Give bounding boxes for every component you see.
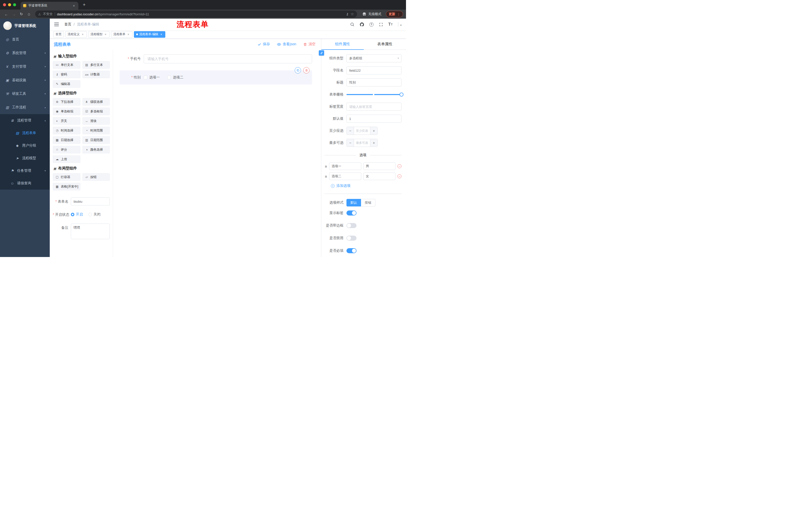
close-icon[interactable] [160, 33, 163, 36]
border-switch[interactable] [346, 223, 356, 228]
palette-item-checkbox-group[interactable]: 多选框组 [82, 108, 110, 115]
sidebar-item-process-model[interactable]: 流程模型 [0, 152, 50, 164]
reload-icon[interactable] [18, 11, 25, 17]
tag-process-model[interactable]: 流程模型 [88, 31, 110, 38]
checkbox[interactable] [167, 76, 171, 79]
tab-form-props[interactable]: 表单属性 [364, 39, 406, 50]
canvas-field-phone[interactable]: 手机号 [120, 54, 312, 63]
decrease-button[interactable] [347, 127, 354, 135]
tab-close-icon[interactable] [72, 4, 76, 8]
tag-process-form-edit[interactable]: 流程表单-编辑 [134, 31, 165, 38]
palette-item-row-container[interactable]: 行容器 [53, 173, 80, 181]
palette-item-radio-group[interactable]: 单选框组 [53, 108, 80, 115]
tab-component-props[interactable]: 组件属性 [321, 39, 364, 50]
forward-icon[interactable] [10, 11, 17, 17]
label-width-input[interactable] [346, 103, 402, 111]
sidebar-item-home[interactable]: 首页 [0, 33, 50, 46]
slider-track[interactable] [346, 94, 402, 95]
view-json-button[interactable]: 查看json [277, 42, 296, 47]
checkbox[interactable] [144, 76, 147, 79]
palette-item-textarea[interactable]: 多行文本 [82, 61, 110, 69]
increase-button[interactable] [370, 127, 377, 135]
form-name-input[interactable] [71, 197, 110, 206]
browser-tab[interactable]: 芋道管理系统 [21, 2, 78, 9]
three-dot-menu-icon[interactable] [397, 12, 400, 16]
delete-component-button[interactable] [303, 67, 310, 74]
default-value-input[interactable] [346, 115, 402, 123]
maximize-window-button[interactable] [13, 3, 16, 6]
palette-item-rate[interactable]: 评分 [53, 146, 80, 154]
sidebar-item-workflow[interactable]: 工作流程 [0, 101, 50, 114]
sidebar-item-process-management[interactable]: 流程管理 [0, 114, 50, 127]
fullscreen-icon[interactable] [377, 20, 385, 28]
option-label-input[interactable] [329, 162, 361, 170]
remove-option-icon[interactable] [398, 164, 402, 168]
tag-process-form[interactable]: 流程表单 [111, 31, 133, 38]
back-icon[interactable] [3, 11, 9, 17]
close-icon[interactable] [127, 33, 130, 36]
palette-item-date-range[interactable]: 日期范围 [82, 136, 110, 144]
breadcrumb-home[interactable]: 首页 [64, 22, 71, 27]
sidebar-item-system[interactable]: 系统管理 [0, 46, 50, 60]
palette-item-switch[interactable]: 开关 [53, 117, 80, 125]
search-icon[interactable] [348, 20, 356, 28]
palette-item-counter[interactable]: 计数器 [82, 71, 110, 78]
minimize-window-button[interactable] [8, 3, 11, 6]
sidebar-item-task-management[interactable]: 任务管理 [0, 164, 50, 177]
option-label-input[interactable] [329, 172, 361, 180]
palette-item-color-picker[interactable]: 颜色选择 [82, 146, 110, 154]
show-label-switch[interactable] [346, 211, 356, 216]
option-value-input[interactable] [363, 162, 396, 170]
bookmark-star-icon[interactable] [351, 12, 354, 16]
palette-item-cascader[interactable]: 级联选择 [82, 98, 110, 106]
max-select-input[interactable] [354, 139, 370, 146]
palette-item-select[interactable]: 下拉选择 [53, 98, 80, 106]
palette-item-time-picker[interactable]: 时间选择 [53, 127, 80, 134]
increase-button[interactable] [370, 139, 377, 146]
address-bar[interactable]: 不安全 dashboard.yudao.iocoder.cn/bpm/manag… [35, 10, 357, 18]
copy-component-button[interactable] [295, 67, 301, 74]
clear-button[interactable]: 清空 [303, 42, 316, 47]
sidebar-item-leave-query[interactable]: 请假查询 [0, 177, 50, 190]
new-tab-button[interactable] [81, 2, 87, 7]
remark-textarea[interactable]: 嘿嘿 [71, 223, 110, 239]
palette-item-slider[interactable]: 滑块 [82, 117, 110, 125]
user-avatar[interactable] [398, 22, 399, 27]
palette-item-button[interactable]: 按钮 [82, 173, 110, 181]
palette-item-password[interactable]: 密码 [53, 71, 80, 78]
add-option-button[interactable]: 添加选项 [324, 184, 402, 188]
tag-process-definition[interactable]: 流程定义 [65, 31, 87, 38]
title-input[interactable] [346, 78, 402, 86]
close-window-button[interactable] [3, 3, 6, 6]
font-size-icon[interactable] [386, 20, 395, 28]
palette-item-editor[interactable]: 编辑器 [53, 80, 80, 88]
link-icon[interactable] [319, 50, 324, 56]
status-off-radio[interactable]: 关闭 [88, 212, 100, 217]
sidebar-item-payment[interactable]: 支付管理 [0, 60, 50, 74]
save-button[interactable]: 保存 [258, 42, 270, 47]
required-switch[interactable] [346, 248, 356, 253]
palette-item-date-picker[interactable]: 日期选择 [53, 136, 80, 144]
style-default-button[interactable]: 默认 [346, 199, 361, 207]
gender-option-1[interactable]: 选项一 [144, 75, 160, 80]
decrease-button[interactable] [347, 139, 354, 146]
github-icon[interactable] [358, 20, 366, 28]
drag-handle-icon[interactable] [325, 164, 327, 168]
canvas-field-gender-selected[interactable]: 性别 选项一 选项二 [120, 71, 312, 84]
palette-item-upload[interactable]: 上传 [53, 155, 80, 163]
remove-option-icon[interactable] [398, 174, 402, 178]
close-icon[interactable] [104, 33, 107, 36]
password-key-icon[interactable] [346, 12, 348, 16]
status-on-radio[interactable]: 开启 [71, 212, 83, 217]
drag-handle-icon[interactable] [325, 174, 327, 179]
palette-item-table[interactable]: 表格[开发中] [53, 183, 80, 190]
sidebar-item-process-form[interactable]: 流程表单 [0, 127, 50, 139]
style-button-button[interactable]: 按钮 [361, 199, 375, 207]
help-icon[interactable] [367, 20, 375, 28]
close-icon[interactable] [81, 33, 84, 36]
home-icon[interactable] [26, 11, 32, 17]
slider-handle[interactable] [400, 92, 404, 97]
hamburger-menu-icon[interactable] [54, 24, 59, 25]
sidebar-item-devtools[interactable]: 研发工具 [0, 87, 50, 101]
option-value-input[interactable] [363, 172, 396, 180]
